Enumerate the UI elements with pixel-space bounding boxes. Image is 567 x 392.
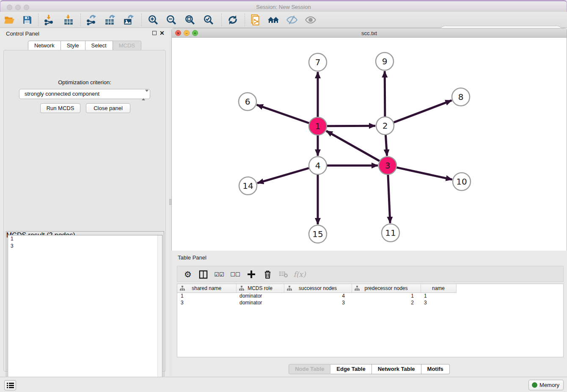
graph-edge-2-9[interactable] — [385, 71, 385, 116]
result-item: 1 — [8, 235, 162, 243]
table-settings-icon[interactable]: ⚙ — [182, 268, 194, 281]
graph-node-2[interactable]: 2 — [376, 117, 394, 135]
column-header-successor-nodes[interactable]: successor nodes — [284, 284, 352, 293]
column-header-shared-name[interactable]: shared name — [177, 284, 236, 293]
app-titlebar: Session: New Session — [0, 0, 567, 12]
tab-edge-table[interactable]: Edge Table — [330, 364, 372, 374]
result-scrollbar[interactable] — [157, 235, 162, 389]
table-cell[interactable]: 1 — [352, 293, 421, 299]
export-image-icon[interactable] — [123, 14, 135, 26]
graph-node-10[interactable]: 10 — [453, 173, 471, 190]
graph-edge-1-2[interactable] — [327, 126, 375, 126]
show-all-icon[interactable] — [305, 14, 317, 26]
open-session-icon[interactable] — [3, 14, 15, 26]
graph-edge-3-11[interactable] — [388, 175, 390, 223]
table-toolbar: ⚙ ☑☑ ☐☐ f(x) — [177, 266, 564, 282]
table-cell[interactable]: 3 — [177, 299, 236, 306]
column-header-MCDS-role[interactable]: MCDS role — [236, 284, 284, 293]
control-panel: Control Panel ✕ NetworkStyleSelectMCDS O… — [0, 28, 169, 376]
run-mcds-button[interactable]: Run MCDS — [40, 103, 80, 113]
graph-node-7[interactable]: 7 — [309, 53, 327, 71]
tab-motifs[interactable]: Motifs — [421, 364, 450, 374]
table-cell[interactable]: dominator — [236, 299, 284, 306]
zoom-selected-icon[interactable] — [203, 14, 215, 26]
hide-selected-icon[interactable] — [286, 14, 298, 26]
svg-text:10: 10 — [456, 177, 467, 187]
graph-edge-4-14[interactable] — [257, 168, 309, 183]
apply-layout-icon[interactable] — [227, 14, 239, 26]
svg-text:3: 3 — [385, 160, 391, 171]
table-row[interactable]: 1dominator411 — [177, 293, 456, 299]
import-table-icon[interactable] — [63, 14, 74, 26]
column-header-name[interactable]: name — [421, 284, 456, 293]
memory-button[interactable]: Memory — [528, 380, 564, 390]
tab-node-table[interactable]: Node Table — [289, 364, 330, 374]
column-browser-icon[interactable] — [197, 268, 209, 281]
close-panel-button[interactable]: Close panel — [86, 103, 130, 113]
graph-node-6[interactable]: 6 — [239, 93, 256, 110]
criterion-select[interactable]: strongly connected component — [19, 89, 150, 99]
tab-select[interactable]: Select — [85, 41, 113, 51]
graph-edge-3-1[interactable] — [326, 131, 380, 161]
graph-edge-3-10[interactable] — [396, 168, 452, 179]
mcds-panel: Optimization criterion: strongly connect… — [3, 50, 166, 372]
svg-text:2: 2 — [383, 121, 388, 131]
svg-text:8: 8 — [458, 92, 464, 102]
delete-column-icon[interactable] — [261, 268, 274, 281]
table-cell[interactable]: 1 — [177, 293, 236, 299]
table-row[interactable]: 3dominator323 — [177, 299, 456, 306]
mcds-result-list[interactable]: 13 — [8, 235, 162, 390]
export-table-icon[interactable] — [104, 14, 116, 26]
zoom-in-icon[interactable] — [147, 14, 159, 26]
delete-table-icon — [277, 268, 290, 281]
tab-style[interactable]: Style — [61, 41, 85, 51]
graph-edge-2-8[interactable] — [394, 100, 452, 122]
table-cell[interactable]: dominator — [236, 293, 284, 299]
graph-node-1[interactable]: 1 — [309, 117, 327, 135]
zoom-out-icon[interactable] — [165, 14, 177, 26]
column-header-predecessor-nodes[interactable]: predecessor nodes — [352, 284, 421, 293]
graph-node-4[interactable]: 4 — [309, 157, 327, 174]
svg-text:6: 6 — [245, 97, 250, 107]
mcds-result-groupbox: MCDS result (2 nodes) 13 — [6, 231, 164, 392]
zoom-fit-icon[interactable] — [184, 14, 196, 26]
unselect-all-columns-icon[interactable]: ☐☐ — [229, 268, 242, 281]
chevron-updown-icon — [142, 91, 148, 98]
select-all-columns-icon[interactable]: ☑☑ — [213, 268, 226, 281]
graph-edge-1-6[interactable] — [257, 105, 309, 123]
new-network-from-selection-icon[interactable] — [250, 14, 261, 26]
node-table[interactable]: shared nameMCDS rolesuccessor nodesprede… — [177, 284, 564, 357]
export-network-icon[interactable] — [85, 14, 97, 26]
table-cell[interactable]: 2 — [352, 299, 421, 306]
graph-node-14[interactable]: 14 — [239, 177, 257, 195]
graph-node-11[interactable]: 11 — [382, 224, 399, 242]
tab-mcds[interactable]: MCDS — [113, 41, 141, 51]
graph-node-8[interactable]: 8 — [452, 88, 470, 106]
network-window-title: scc.txt — [172, 30, 567, 36]
graph-node-15[interactable]: 15 — [309, 225, 327, 243]
network-graph[interactable]: 7968124314101511 — [172, 38, 567, 251]
graph-edge-2-3[interactable] — [385, 135, 387, 156]
table-cell[interactable]: 3 — [284, 299, 352, 306]
memory-label: Memory — [539, 382, 559, 388]
import-network-icon[interactable] — [43, 14, 55, 26]
graph-node-3[interactable]: 3 — [379, 157, 396, 174]
optimization-criterion-label: Optimization criterion: — [4, 79, 165, 86]
table-panel: Table Panel ✕ ⚙ ☑☑ ☐☐ f(x) shared nameMC… — [171, 252, 567, 376]
task-history-button[interactable] — [4, 380, 16, 390]
svg-text:9: 9 — [382, 56, 388, 66]
close-panel-icon[interactable]: ✕ — [160, 30, 165, 36]
table-cell[interactable]: 3 — [421, 299, 456, 306]
table-cell[interactable]: 4 — [284, 293, 352, 299]
control-panel-tabs: NetworkStyleSelectMCDS — [0, 41, 169, 51]
float-panel-icon[interactable] — [152, 31, 157, 35]
table-cell[interactable]: 1 — [421, 293, 456, 299]
create-column-icon[interactable] — [245, 268, 258, 281]
tab-network-table[interactable]: Network Table — [372, 364, 421, 374]
graph-node-9[interactable]: 9 — [376, 52, 394, 70]
network-window-titlebar[interactable]: ✕ − + scc.txt — [172, 28, 567, 38]
first-neighbors-icon[interactable] — [267, 14, 279, 26]
tab-network[interactable]: Network — [28, 41, 61, 51]
save-session-icon[interactable] — [21, 14, 33, 26]
network-canvas[interactable]: 7968124314101511 — [172, 38, 567, 251]
